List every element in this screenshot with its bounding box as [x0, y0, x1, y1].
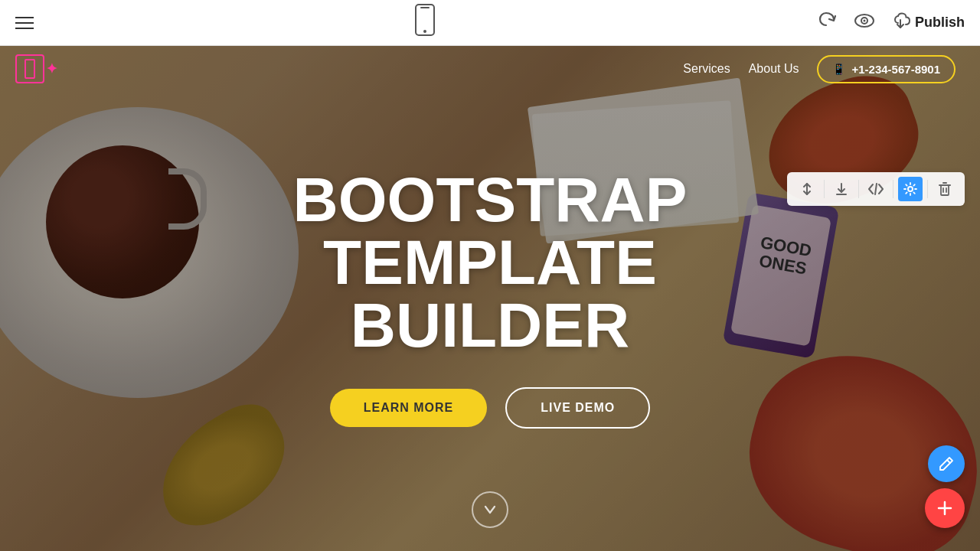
canvas: GOODONES ✦ Services About Us: [0, 46, 980, 551]
toolbar-center: [414, 3, 436, 42]
site-navbar: ✦ Services About Us 📱 +1-234-567-8901: [0, 46, 971, 92]
toolbar-separator-2: [858, 180, 859, 198]
svg-point-1: [423, 30, 426, 33]
hero-section: GOODONES ✦ Services About Us: [0, 46, 980, 551]
logo-box: [15, 54, 44, 83]
edit-fab-button[interactable]: [928, 445, 965, 482]
svg-point-5: [863, 20, 865, 22]
scroll-down-button[interactable]: [472, 491, 508, 528]
toolbar-left: [15, 17, 34, 29]
publish-button[interactable]: Publish: [890, 12, 965, 33]
nav-phone-number: +1-234-567-8901: [851, 63, 940, 76]
section-code-button[interactable]: [864, 177, 888, 201]
site-logo[interactable]: ✦: [15, 54, 57, 83]
svg-line-16: [947, 460, 950, 463]
logo-inner-rect: [24, 59, 35, 79]
toolbar-separator-1: [824, 180, 825, 198]
hamburger-button[interactable]: [15, 17, 34, 29]
undo-button[interactable]: [817, 10, 838, 36]
live-demo-button[interactable]: LIVE DEMO: [505, 387, 650, 429]
hero-title: BOOTSTRAP TEMPLATE BUILDER: [184, 168, 796, 357]
section-download-button[interactable]: [829, 177, 854, 201]
svg-line-10: [875, 184, 877, 194]
mobile-preview-icon[interactable]: [414, 3, 436, 42]
cloud-upload-icon: [890, 12, 910, 33]
add-fab-button[interactable]: [925, 488, 965, 528]
section-delete-button[interactable]: [933, 177, 957, 201]
section-settings-button[interactable]: [898, 177, 923, 201]
toolbar-separator-3: [893, 180, 893, 198]
logo-sun-symbol: ✦: [46, 60, 57, 77]
nav-about[interactable]: About Us: [749, 62, 799, 76]
learn-more-button[interactable]: LEARN MORE: [330, 389, 488, 427]
preview-button[interactable]: [854, 13, 875, 32]
nav-phone-icon: 📱: [832, 63, 845, 75]
nav-services[interactable]: Services: [683, 62, 730, 76]
nav-links: Services About Us 📱 +1-234-567-8901: [683, 55, 956, 83]
svg-point-11: [908, 187, 913, 191]
toolbar-separator-4: [927, 180, 928, 198]
hero-content: BOOTSTRAP TEMPLATE BUILDER LEARN MORE LI…: [184, 168, 796, 429]
toolbar-right: Publish: [817, 10, 965, 36]
nav-phone-cta[interactable]: 📱 +1-234-567-8901: [817, 55, 956, 83]
hero-buttons: LEARN MORE LIVE DEMO: [184, 387, 796, 429]
section-move-button[interactable]: [795, 177, 819, 201]
section-toolbar: [787, 172, 965, 206]
publish-label: Publish: [915, 15, 965, 31]
top-toolbar: Publish: [0, 0, 980, 46]
